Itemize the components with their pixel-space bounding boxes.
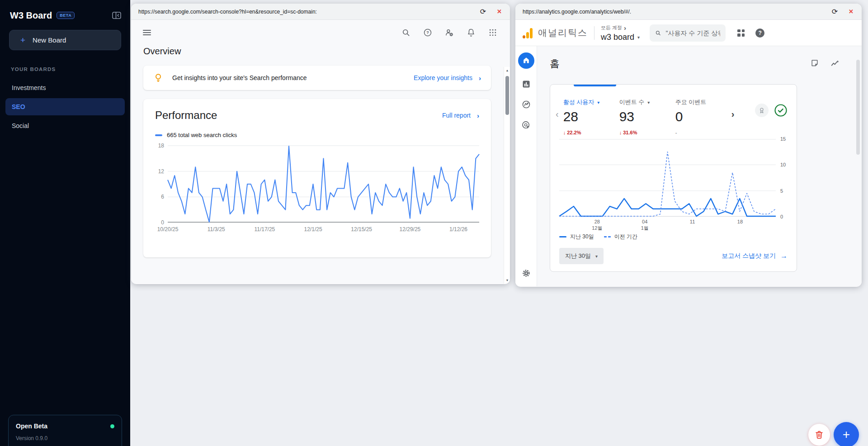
legend-previous-period: 이전 기간 <box>604 233 637 241</box>
version-label: Version 0.9.0 <box>16 435 114 441</box>
metric-value: 0 <box>675 109 731 124</box>
search-icon[interactable] <box>401 28 410 37</box>
help-icon[interactable]: ? <box>755 28 764 38</box>
performance-title: Performance <box>155 109 217 122</box>
browser-chrome: https://analytics.google.com/analytics/w… <box>515 4 862 20</box>
performance-line-chart <box>168 146 479 223</box>
metric-label: 주요 이벤트 <box>675 98 707 106</box>
svg-text:?: ? <box>426 30 429 35</box>
sidebar-item-investments[interactable]: Investments <box>5 79 125 96</box>
solid-line-swatch-icon <box>559 236 566 237</box>
scrollbar-thumb[interactable] <box>505 76 509 115</box>
full-report-label: Full report <box>442 112 471 119</box>
metric-key-events[interactable]: 주요 이벤트 0 - <box>675 98 731 135</box>
metric-active-users[interactable]: 활성 사용자▾ 28 ↓ 22.2% <box>563 98 619 135</box>
page-title: Overview <box>143 46 510 57</box>
chevron-right-icon: › <box>479 74 481 82</box>
analytics-nav-rail <box>515 46 537 286</box>
help-icon[interactable]: ? <box>423 28 432 37</box>
scroll-up-icon[interactable]: ▲ <box>504 69 510 72</box>
analytics-brand: 애널리틱스 <box>538 27 588 39</box>
analytics-body: 홈 ‹ 활성 사용자▾ 28 ↓ 22.2% 이벤트 수▾ <box>515 46 862 286</box>
new-board-button[interactable]: + New Board <box>9 30 121 50</box>
beta-badge: BETA <box>57 12 75 19</box>
scrollbar-thumb[interactable] <box>856 60 860 155</box>
caret-down-icon: ▾ <box>637 35 640 40</box>
nav-home-icon[interactable] <box>518 52 534 69</box>
analytics-panel: https://analytics.google.com/analytics/w… <box>515 4 862 287</box>
sidebar: W3 Board BETA + New Board YOUR BOARDS In… <box>0 0 130 446</box>
caret-down-icon: ▾ <box>647 100 650 105</box>
analytics-logo-icon <box>523 28 533 38</box>
nav-explore-icon[interactable] <box>521 100 531 109</box>
chevron-right-icon: › <box>624 24 626 32</box>
performance-chart: 061218 10/20/2511/3/2511/17/2512/1/2512/… <box>155 146 479 235</box>
metric-value: 93 <box>619 109 675 124</box>
search-console-appbar: ? <box>131 20 510 41</box>
report-snapshot-link[interactable]: 보고서 스냅샷 보기 → <box>722 252 788 260</box>
insights-sparkline-icon[interactable] <box>830 59 840 69</box>
metric-delta: ↓ 31.6% <box>619 130 675 135</box>
full-report-link[interactable]: Full report › <box>442 112 479 119</box>
y-axis-labels: 061218 <box>155 146 168 223</box>
refresh-icon[interactable]: ⟳ <box>480 8 486 15</box>
nav-advertising-icon[interactable] <box>521 120 531 130</box>
plus-icon: + <box>843 427 850 442</box>
insight-text: Get insights into your site's Search per… <box>172 74 307 81</box>
status-dot-icon <box>110 424 114 428</box>
metric-delta: ↓ 22.2% <box>563 130 619 135</box>
explore-insights-link[interactable]: Explore your insights › <box>414 74 481 82</box>
legend-label: 665 total web search clicks <box>167 132 237 138</box>
menu-icon[interactable] <box>143 28 151 37</box>
collapse-sidebar-icon[interactable] <box>111 10 122 21</box>
analytics-appbar: 애널리틱스 모든 계정 › w3 board ▾ ? <box>515 20 862 46</box>
account-switcher[interactable]: 모든 계정 › w3 board ▾ <box>601 24 640 42</box>
url-text[interactable]: https://analytics.google.com/analytics/w… <box>523 9 821 15</box>
refresh-icon[interactable]: ⟳ <box>832 8 838 15</box>
nav-settings-gear-icon[interactable] <box>521 268 531 278</box>
caret-down-icon: ▾ <box>595 254 598 259</box>
close-icon[interactable]: ✕ <box>497 8 502 15</box>
app-title: W3 Board <box>10 10 52 21</box>
date-range-button[interactable]: 지난 30일 ▾ <box>559 248 604 264</box>
nav-reports-icon[interactable] <box>522 80 531 89</box>
metric-event-count[interactable]: 이벤트 수▾ 93 ↓ 31.6% <box>619 98 675 135</box>
search-input[interactable] <box>666 29 721 37</box>
metric-label: 활성 사용자 <box>563 98 594 106</box>
snapshot-link-label: 보고서 스냅샷 보기 <box>722 252 776 260</box>
sidebar-item-seo[interactable]: SEO <box>5 98 125 115</box>
legend-label: 이전 기간 <box>614 233 637 241</box>
notes-icon[interactable] <box>810 59 819 68</box>
date-range-label: 지난 30일 <box>565 252 591 260</box>
search-console-panel: https://search.google.com/search-console… <box>131 4 510 284</box>
legend-current-period: 지난 30일 <box>559 233 594 241</box>
dashed-line-swatch-icon <box>604 236 611 237</box>
plus-icon: + <box>20 35 25 45</box>
new-board-label: New Board <box>33 36 66 44</box>
sidebar-item-social[interactable]: Social <box>5 117 125 134</box>
analytics-content: 홈 ‹ 활성 사용자▾ 28 ↓ 22.2% 이벤트 수▾ <box>537 46 862 286</box>
performance-card: Performance Full report › 665 total web … <box>143 99 491 257</box>
your-boards-label: YOUR BOARDS <box>11 66 130 72</box>
users-trend-chart: 2812월041월1118 051015 <box>559 139 788 232</box>
apps-grid-icon[interactable] <box>488 28 497 37</box>
scroll-down-icon[interactable]: ▼ <box>504 279 510 282</box>
verified-check-icon[interactable] <box>774 104 788 119</box>
metrics-next-chevron-icon[interactable]: › <box>731 109 735 119</box>
scrollbar: ▲ ▼ <box>504 67 510 284</box>
diagnostics-grid-icon[interactable] <box>737 29 745 37</box>
analytics-page-title: 홈 <box>550 57 560 71</box>
url-text[interactable]: https://search.google.com/search-console… <box>138 9 469 15</box>
chart-legend[interactable]: 665 total web search clicks <box>155 132 479 138</box>
metrics-prev-chevron-icon[interactable]: ‹ <box>556 109 559 119</box>
notifications-bell-icon[interactable] <box>467 28 476 37</box>
lightbulb-icon <box>153 73 163 83</box>
medal-badge-icon[interactable] <box>755 104 769 117</box>
active-tab-indicator <box>574 85 616 86</box>
add-widget-button[interactable]: + <box>834 422 859 446</box>
legend-label: 지난 30일 <box>570 233 594 241</box>
close-icon[interactable]: ✕ <box>849 8 854 15</box>
user-settings-icon[interactable] <box>445 28 454 37</box>
analytics-search-box[interactable] <box>650 24 726 42</box>
delete-board-button[interactable] <box>808 424 830 446</box>
